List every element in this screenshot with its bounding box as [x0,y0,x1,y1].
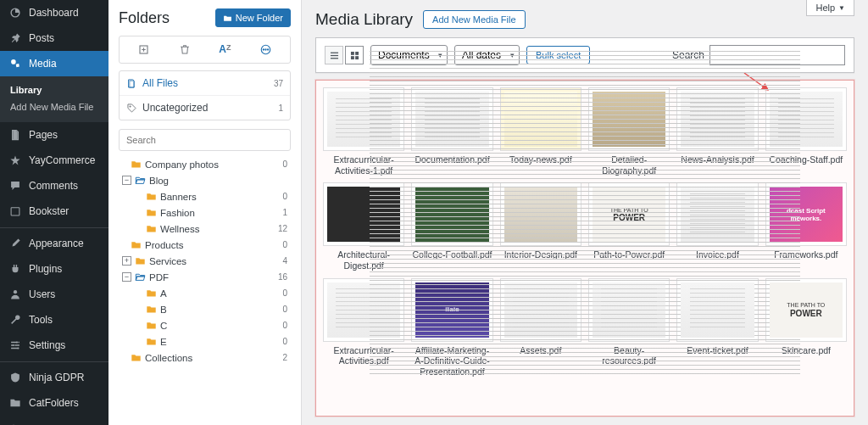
svg-rect-14 [330,54,337,55]
menu-dashboard[interactable]: Dashboard [0,0,108,25]
svg-point-9 [263,49,264,50]
menu-posts[interactable]: Posts [0,25,108,51]
folders-panel: Folders New Folder AZ All Files 37 Uncat… [108,0,302,425]
all-files-row[interactable]: All Files 37 [120,71,290,96]
folder-fashion[interactable]: Fashion1 [119,204,291,221]
uncategorized-label: Uncategorized [142,102,208,114]
media-icon [8,57,22,70]
folder-icon [146,223,157,234]
menu-appearance[interactable]: Appearance [0,227,108,256]
wp-admin-sidebar: Dashboard Posts Media Library Add New Me… [0,0,108,425]
folder-a[interactable]: A0 [119,285,291,301]
folder-icon [146,320,157,331]
trash-icon[interactable] [179,43,191,56]
menu-users[interactable]: Users [0,282,108,307]
new-folder-label: New Folder [236,13,283,23]
folder-company-photos[interactable]: Company photos0 [119,156,291,172]
folder-products[interactable]: Products0 [119,237,291,253]
svg-point-3 [16,341,18,343]
chevron-down-icon: ▼ [838,4,845,12]
menu-label: Media [29,58,57,70]
grid-view-button[interactable] [345,46,364,64]
folder-icon [146,191,157,202]
folder-tree: Company photos0 −Blog Banners0 Fashion1 … [119,156,291,417]
folder-c[interactable]: C0 [119,317,291,333]
menu-media-submenu: Library Add New Media File [0,76,108,122]
media-grid: Extracurricular-Activities-1.pdfDocument… [323,87,847,377]
svg-rect-17 [355,51,359,54]
folder-plus-icon [223,14,232,23]
sliders-icon [8,338,22,352]
folder-icon [146,288,157,299]
shield-icon [8,371,22,384]
uncategorized-count: 1 [278,103,283,113]
folder-toolbar: AZ [119,36,291,64]
list-view-button[interactable] [325,46,343,64]
all-files-count: 37 [274,79,283,88]
sort-icon[interactable]: AZ [219,43,231,56]
menu-yaycommerce[interactable]: YayCommerce [0,148,108,173]
menu-label: Pages [29,129,58,141]
menu-label: CatFolders [29,397,79,409]
main-content: Help▼ Media Library Add New Media File D… [302,0,868,425]
svg-point-4 [13,344,14,346]
folder-icon [146,304,157,315]
svg-point-10 [265,49,266,50]
folder-services[interactable]: +Services4 [119,253,291,269]
svg-rect-16 [350,51,353,54]
more-icon[interactable] [259,43,272,56]
menu-label: Posts [29,32,54,44]
folder-collections[interactable]: Collections2 [119,350,291,366]
folder-icon [131,159,142,170]
submenu-add-new[interactable]: Add New Media File [0,98,108,115]
folder-open-icon [135,271,146,282]
folder-pdf[interactable]: −PDF16 [119,269,291,285]
menu-settings[interactable]: Settings [0,333,108,358]
menu-catfolders[interactable]: CatFolders [0,390,108,416]
folder-search-input[interactable] [119,129,291,151]
media-tile[interactable]: Event-ticket.pdf [676,278,758,377]
svg-rect-13 [330,52,337,53]
menu-label: Comments [29,180,78,192]
add-new-media-button[interactable]: Add New Media File [423,10,525,29]
collapse-toggle[interactable]: − [122,272,131,282]
menu-label: Settings [29,339,65,351]
new-folder-button[interactable]: New Folder [215,8,291,27]
submenu-library[interactable]: Library [0,81,108,98]
user-icon [8,288,22,301]
folder-icon [8,396,22,410]
svg-point-11 [268,49,269,50]
folder-icon [146,207,157,218]
menu-pages[interactable]: Pages [0,122,108,148]
svg-rect-1 [11,208,19,215]
folder-b[interactable]: B0 [119,301,291,317]
upload-icon[interactable] [137,43,150,56]
all-files-label: All Files [142,77,178,89]
folder-blog[interactable]: −Blog [119,172,291,188]
collapse-menu[interactable]: Collapse menu [0,416,108,425]
svg-rect-18 [350,56,353,59]
menu-label: Ninja GDPR [29,372,84,383]
expand-toggle[interactable]: + [122,256,131,266]
menu-plugins[interactable]: Plugins [0,256,108,282]
folder-e[interactable]: E0 [119,333,291,350]
collapse-toggle[interactable]: − [122,176,131,185]
uncategorized-row[interactable]: Uncategorized 1 [120,96,290,120]
menu-ninja-gdpr[interactable]: Ninja GDPR [0,361,108,390]
folder-icon [146,336,157,347]
folder-open-icon [135,175,146,186]
folder-icon [131,239,142,250]
media-grid-container: Extracurricular-Activities-1.pdfDocument… [315,80,854,417]
menu-tools[interactable]: Tools [0,307,108,333]
folder-wellness[interactable]: Wellness12 [119,221,291,237]
pin-icon [8,31,22,45]
folder-icon [131,352,142,363]
svg-rect-19 [355,56,359,59]
brush-icon [8,237,22,250]
menu-bookster[interactable]: Bookster [0,199,108,224]
menu-media[interactable]: Media [0,51,108,76]
dashboard-icon [8,6,22,20]
help-tab[interactable]: Help▼ [806,0,854,16]
menu-comments[interactable]: Comments [0,173,108,199]
folder-banners[interactable]: Banners0 [119,188,291,204]
